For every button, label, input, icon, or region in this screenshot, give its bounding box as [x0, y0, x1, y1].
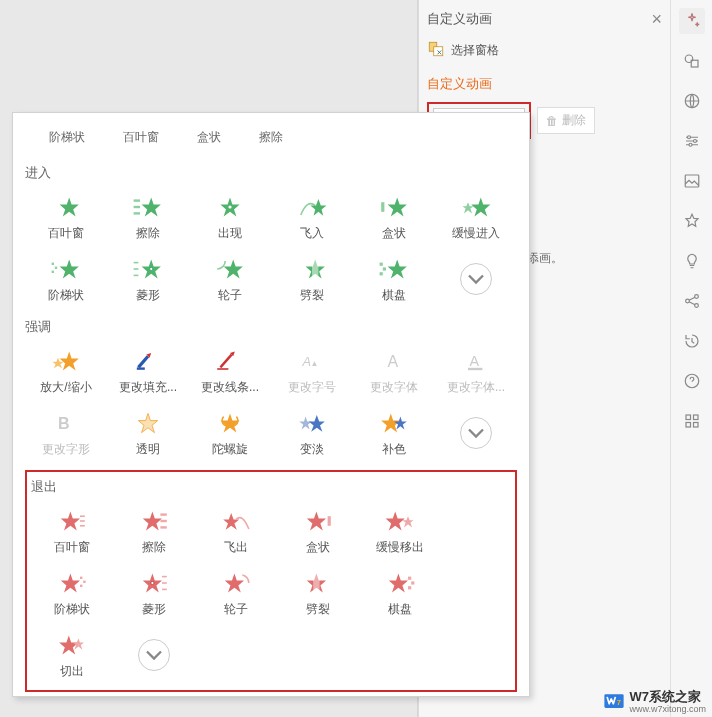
svg-rect-78	[80, 584, 82, 586]
svg-text:B: B	[58, 415, 70, 432]
panel-title: 自定义动画	[427, 10, 492, 28]
svg-marker-62	[61, 511, 80, 530]
exit-item[interactable]: 飞出	[195, 500, 277, 562]
svg-point-37	[150, 267, 153, 270]
emphasis-grid: 放大/缩小 更改填充... 更改线条... A▲ 更改字号 A 更改字体 A 更…	[25, 340, 517, 464]
panel-section-label: 自定义动画	[427, 75, 662, 94]
svg-rect-8	[685, 175, 699, 187]
svg-marker-58	[299, 416, 312, 429]
shapes-icon[interactable]	[679, 48, 705, 74]
exit-item[interactable]: 缓慢移出	[359, 500, 441, 562]
exit-label: 退出	[31, 478, 511, 496]
entrance-item[interactable]: 轮子	[189, 248, 271, 310]
entrance-item[interactable]: 棋盘	[353, 248, 435, 310]
exit-item[interactable]: 棋盘	[359, 562, 441, 624]
svg-rect-43	[380, 272, 383, 275]
svg-marker-46	[60, 351, 79, 370]
exit-item[interactable]: 轮子	[195, 562, 277, 624]
sliders-icon[interactable]	[679, 128, 705, 154]
svg-marker-44	[388, 259, 407, 278]
emphasis-item: B 更改字形	[25, 402, 107, 464]
entrance-item[interactable]: 百叶窗	[25, 186, 107, 248]
exit-highlight: 退出 百叶窗 擦除 飞出 盒状 缓慢移出 阶梯状 菱形 轮子 劈裂 棋盘 切出	[25, 470, 517, 692]
entrance-item[interactable]: 出现	[189, 186, 271, 248]
svg-marker-75	[61, 573, 80, 592]
svg-rect-16	[693, 423, 698, 428]
svg-marker-24	[310, 199, 326, 216]
entrance-item[interactable]: 擦除	[107, 186, 189, 248]
exit-item[interactable]: 盒状	[277, 500, 359, 562]
svg-marker-73	[386, 511, 405, 530]
svg-point-23	[228, 205, 231, 208]
svg-point-80	[151, 581, 154, 584]
svg-marker-59	[309, 415, 325, 432]
entrance-item[interactable]: 盒状	[353, 186, 435, 248]
svg-marker-28	[471, 197, 490, 216]
emphasis-item[interactable]: 更改线条...	[189, 340, 271, 402]
svg-marker-87	[389, 573, 408, 592]
select-pane-row[interactable]: 选择窗格	[427, 40, 662, 61]
svg-rect-89	[411, 581, 414, 584]
lightbulb-icon[interactable]	[679, 248, 705, 274]
recent-item[interactable]: 擦除	[259, 129, 283, 146]
entrance-label: 进入	[25, 164, 517, 182]
svg-rect-40	[312, 259, 318, 278]
entrance-item[interactable]: 飞入	[271, 186, 353, 248]
history-icon[interactable]	[679, 328, 705, 354]
svg-marker-38	[224, 259, 243, 278]
emphasis-item[interactable]: 更改填充...	[107, 340, 189, 402]
svg-rect-31	[52, 270, 54, 272]
exit-more[interactable]	[113, 624, 195, 686]
svg-rect-76	[80, 576, 82, 578]
close-icon[interactable]: ×	[651, 9, 662, 30]
entrance-item[interactable]: 缓慢进入	[435, 186, 517, 248]
svg-marker-74	[402, 516, 413, 527]
sparkle-icon[interactable]	[679, 8, 705, 34]
svg-text:A: A	[470, 352, 480, 368]
chevron-down-icon	[460, 263, 492, 295]
star-icon[interactable]	[679, 208, 705, 234]
help-icon[interactable]	[679, 368, 705, 394]
delete-label: 删除	[562, 112, 586, 129]
exit-item[interactable]: 劈裂	[277, 562, 359, 624]
emphasis-item[interactable]: 透明	[107, 402, 189, 464]
exit-item[interactable]: 切出	[31, 624, 113, 686]
svg-rect-30	[55, 266, 57, 268]
entrance-item[interactable]: 阶梯状	[25, 248, 107, 310]
svg-rect-29	[52, 262, 54, 264]
share-icon[interactable]	[679, 288, 705, 314]
svg-rect-42	[383, 267, 386, 270]
exit-item[interactable]: 阶梯状	[31, 562, 113, 624]
exit-item[interactable]: 百叶窗	[31, 500, 113, 562]
entrance-more[interactable]	[435, 248, 517, 310]
emphasis-item[interactable]: 变淡	[271, 402, 353, 464]
exit-item[interactable]: 擦除	[113, 500, 195, 562]
entrance-item[interactable]: 菱形	[107, 248, 189, 310]
svg-text:A: A	[301, 353, 311, 368]
recent-item[interactable]: 盒状	[197, 129, 221, 146]
chevron-down-icon	[460, 417, 492, 449]
svg-marker-32	[60, 259, 79, 278]
entrance-item[interactable]: 劈裂	[271, 248, 353, 310]
emphasis-item[interactable]: 放大/缩小	[25, 340, 107, 402]
delete-button[interactable]: 🗑 删除	[537, 107, 595, 134]
recent-item[interactable]: 阶梯状	[49, 129, 85, 146]
svg-rect-88	[408, 576, 411, 579]
recent-row: 阶梯状 百叶窗 盒状 擦除	[25, 121, 517, 156]
svg-rect-14	[693, 415, 698, 420]
svg-marker-71	[307, 511, 326, 530]
watermark-title: W7系统之家	[629, 689, 701, 704]
svg-marker-70	[223, 513, 239, 530]
image-icon[interactable]	[679, 168, 705, 194]
select-pane-icon	[427, 40, 445, 61]
trash-icon: 🗑	[546, 114, 558, 128]
emphasis-item[interactable]: 补色	[353, 402, 435, 464]
exit-item[interactable]: 菱形	[113, 562, 195, 624]
emphasis-more[interactable]	[435, 402, 517, 464]
right-rail	[670, 0, 712, 717]
recent-item[interactable]: 百叶窗	[123, 129, 159, 146]
grid-icon[interactable]	[679, 408, 705, 434]
svg-marker-21	[142, 197, 161, 216]
globe-icon[interactable]	[679, 88, 705, 114]
emphasis-item[interactable]: 陀螺旋	[189, 402, 271, 464]
